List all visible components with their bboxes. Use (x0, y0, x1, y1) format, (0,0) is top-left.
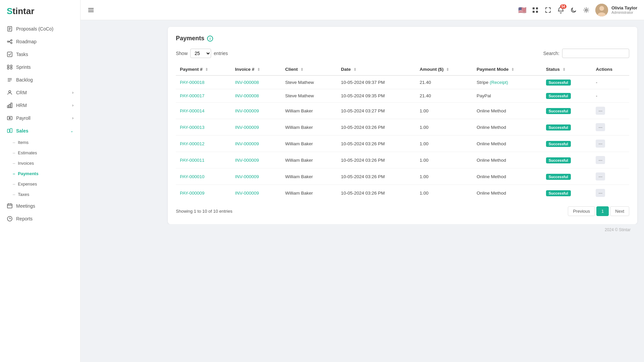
page-1-button[interactable]: 1 (596, 206, 609, 216)
next-button[interactable]: Next (610, 206, 629, 216)
payment-link[interactable]: PAY-000010 (180, 174, 204, 179)
invoice-link[interactable]: INV-000009 (235, 125, 259, 130)
cell-date: 10-05-2024 03:26 PM (337, 136, 415, 152)
sort-icon[interactable]: ⇕ (205, 67, 208, 71)
sort-icon[interactable]: ⇕ (562, 67, 565, 71)
col-amount: Amount ($) ⇕ (415, 63, 473, 75)
fullscreen-icon[interactable] (544, 6, 552, 14)
sort-icon[interactable]: ⇕ (300, 67, 303, 71)
logo-area: Stintar (0, 0, 80, 22)
cell-actions: - (592, 75, 629, 89)
payment-link[interactable]: PAY-000014 (180, 108, 204, 113)
page-title: Payments (176, 35, 204, 42)
sidebar-item-sales[interactable]: Sales ⌄ (0, 124, 80, 137)
actions-button[interactable]: ··· (596, 140, 605, 148)
sidebar-item-label: Proposals (CoCo) (16, 26, 53, 32)
col-actions: Actions (592, 63, 629, 75)
svg-point-6 (11, 42, 12, 44)
cell-actions: ··· (592, 136, 629, 152)
payment-link[interactable]: PAY-000012 (180, 141, 204, 146)
invoice-link[interactable]: INV-000008 (235, 93, 259, 98)
actions-button[interactable]: ··· (596, 107, 605, 115)
status-badge: Successful (546, 157, 571, 163)
apps-icon[interactable] (532, 6, 539, 14)
sidebar-sub-item-estimates[interactable]: – Estimates (0, 148, 80, 158)
sidebar-sub-item-items[interactable]: – Items (0, 137, 80, 148)
sidebar-sub-item-expenses[interactable]: – Expenses (0, 179, 80, 189)
svg-rect-22 (11, 103, 12, 108)
sidebar-sub-item-payments[interactable]: – Payments (0, 168, 80, 179)
sidebar-item-crm[interactable]: CRM › (0, 86, 80, 99)
payment-link[interactable]: PAY-000013 (180, 125, 204, 130)
flag-icon[interactable]: 🇺🇸 (519, 6, 526, 14)
payments-table: Payment # ⇕ Invoice # ⇕ Client ⇕ Date ⇕ (176, 63, 629, 201)
cell-client: William Baker (281, 103, 337, 119)
sidebar-sub-item-invoices[interactable]: – Invoices (0, 158, 80, 168)
svg-rect-13 (10, 65, 12, 67)
actions-button[interactable]: ··· (596, 156, 605, 164)
actions-button[interactable]: ··· (596, 123, 605, 131)
entries-select[interactable]: 25 10 50 100 (190, 49, 211, 58)
sidebar-sub-label: Invoices (18, 161, 34, 166)
payment-link[interactable]: PAY-000009 (180, 191, 204, 196)
info-icon[interactable]: i (207, 36, 213, 42)
cell-date: 10-05-2024 09:37 PM (337, 75, 415, 89)
sidebar-sub-item-taxes[interactable]: – Taxes (0, 189, 80, 200)
main-content: Payments i Show 25 10 50 100 entries Sea… (161, 20, 644, 362)
settings-icon[interactable] (583, 6, 590, 14)
payment-link[interactable]: PAY-000011 (180, 158, 204, 163)
previous-button[interactable]: Previous (568, 206, 595, 216)
invoice-link[interactable]: INV-000009 (235, 108, 259, 113)
actions-button[interactable]: ··· (596, 189, 605, 197)
payment-link[interactable]: PAY-000018 (180, 80, 204, 85)
receipt-link[interactable]: (Receipt) (490, 80, 508, 85)
menu-icon[interactable] (87, 6, 95, 14)
cell-payment-mode: PayPal (473, 89, 542, 103)
sidebar-sub-label: Taxes (18, 192, 29, 197)
pagination-area: Showing 1 to 10 of 10 entries Previous 1… (176, 206, 629, 216)
sidebar-item-hrm[interactable]: HRM › (0, 99, 80, 112)
sidebar-item-proposals[interactable]: Proposals (CoCo) (0, 22, 80, 35)
user-area[interactable]: Olivia Taylor Administrator (595, 4, 637, 16)
sidebar-item-payroll[interactable]: Payroll › (0, 112, 80, 124)
payment-link[interactable]: PAY-000017 (180, 93, 204, 98)
tasks-icon (7, 51, 13, 57)
col-date: Date ⇕ (337, 63, 415, 75)
table-row: PAY-000013 INV-000009 William Baker 10-0… (176, 119, 629, 136)
notification-icon[interactable]: 54 (557, 6, 564, 14)
theme-icon[interactable] (570, 6, 577, 14)
hrm-icon (7, 102, 13, 108)
sidebar-item-reports[interactable]: Reports (0, 212, 80, 225)
cell-invoice-num: INV-000009 (231, 103, 281, 119)
sort-icon[interactable]: ⇕ (511, 67, 514, 71)
invoice-link[interactable]: INV-000009 (235, 158, 259, 163)
cell-date: 10-05-2024 03:26 PM (337, 168, 415, 185)
sort-icon[interactable]: ⇕ (257, 67, 260, 71)
sort-icon[interactable]: ⇕ (353, 67, 356, 71)
sidebar-item-tasks[interactable]: Tasks (0, 48, 80, 61)
sidebar-item-sprints[interactable]: Sprints (0, 61, 80, 73)
user-role: Administrator (611, 10, 637, 14)
svg-point-19 (9, 91, 11, 93)
invoice-link[interactable]: INV-000008 (235, 80, 259, 85)
chevron-right-icon: › (72, 90, 73, 95)
sidebar-item-backlog[interactable]: Backlog (0, 73, 80, 86)
search-input[interactable] (562, 49, 629, 58)
table-header-row: Payment # ⇕ Invoice # ⇕ Client ⇕ Date ⇕ (176, 63, 629, 75)
cell-payment-num: PAY-000009 (176, 185, 231, 201)
invoice-link[interactable]: INV-000009 (235, 174, 259, 179)
cell-date: 10-05-2024 03:26 PM (337, 119, 415, 136)
table-row: PAY-000017 INV-000008 Steve Mathew 10-05… (176, 89, 629, 103)
sidebar-item-label: CRM (16, 90, 27, 95)
reports-icon (7, 216, 13, 222)
sort-icon[interactable]: ⇕ (446, 67, 449, 71)
cell-payment-num: PAY-000011 (176, 152, 231, 168)
invoice-link[interactable]: INV-000009 (235, 191, 259, 196)
actions-button[interactable]: ··· (596, 172, 605, 180)
sidebar-item-roadmap[interactable]: Roadmap (0, 35, 80, 48)
sidebar-item-meetings[interactable]: Meetings (0, 200, 80, 212)
cell-amount: 1.00 (415, 103, 473, 119)
invoice-link[interactable]: INV-000009 (235, 141, 259, 146)
svg-point-5 (11, 40, 12, 41)
cell-status: Successful (542, 185, 592, 201)
